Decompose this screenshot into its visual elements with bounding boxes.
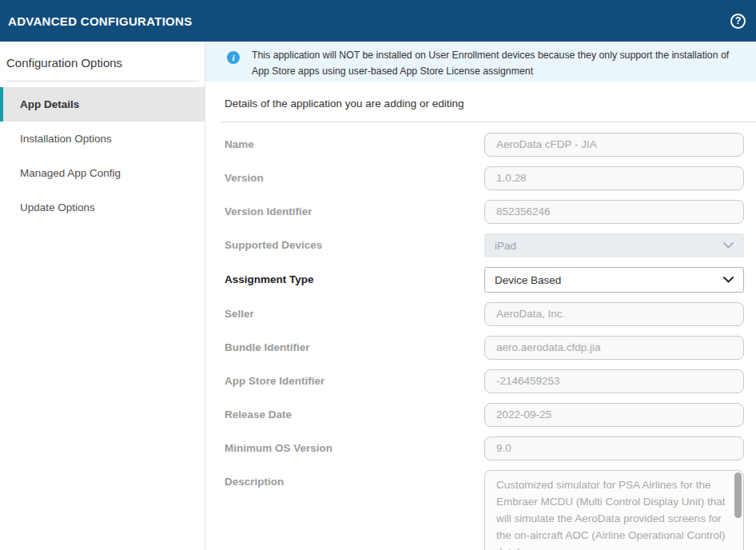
configuration-sidebar: Configuration Options App Details Instal… xyxy=(0,42,205,550)
sidebar-nav: App Details Installation Options Managed… xyxy=(0,87,205,225)
field-control-slot: aero.aerodata.cfdp.jia xyxy=(484,336,744,360)
section-subtitle: Details of the application you are addin… xyxy=(205,82,756,122)
title-bar: ADVANCED CONFIGURATIONS ? xyxy=(0,0,756,42)
page-title: ADVANCED CONFIGURATIONS xyxy=(8,14,193,28)
field-row-app-store-identifier: App Store Identifier -2146459253 xyxy=(205,369,756,393)
field-control-slot: -2146459253 xyxy=(484,369,744,393)
field-control-slot: Device Based xyxy=(484,267,744,293)
info-banner: i This application will NOT be installed… xyxy=(205,42,756,82)
sidebar-item-app-details[interactable]: App Details xyxy=(0,87,205,122)
input-bundle-identifier: aero.aerodata.cfdp.jia xyxy=(484,336,744,360)
field-row-seller: Seller AeroData, Inc. xyxy=(205,302,756,326)
field-label: Bundle Identifier xyxy=(205,336,484,360)
sidebar-item-label: Update Options xyxy=(20,201,95,213)
input-minimum-os-version: 9.0 xyxy=(484,436,744,460)
field-control-slot: 1.0.28 xyxy=(484,166,744,190)
field-control-slot: 852356246 xyxy=(484,200,744,224)
input-version: 1.0.28 xyxy=(484,166,744,190)
field-control-slot: AeroData cFDP - JIA xyxy=(484,133,744,157)
field-control-slot: iPad xyxy=(484,233,744,257)
field-row-description: Description Customized simulator for PSA… xyxy=(205,470,756,550)
textarea-text: Customized simulator for PSA Airlines fo… xyxy=(496,476,729,550)
field-row-version: Version 1.0.28 xyxy=(205,166,756,190)
help-icon[interactable]: ? xyxy=(730,14,746,29)
textarea-description: Customized simulator for PSA Airlines fo… xyxy=(484,470,744,550)
field-label: Minimum OS Version xyxy=(205,436,484,460)
info-icon: i xyxy=(227,51,240,64)
info-banner-text: This application will NOT be installed o… xyxy=(252,47,740,79)
field-label: App Store Identifier xyxy=(205,369,484,393)
field-row-supported-devices: Supported Devices iPad xyxy=(205,233,756,257)
field-row-assignment-type: Assignment Type Device Based xyxy=(205,267,756,293)
field-label: Release Date xyxy=(205,403,484,427)
app-details-form: Name AeroData cFDP - JIA Version 1.0.28 … xyxy=(205,122,756,550)
sidebar-item-managed-app-config[interactable]: Managed App Config xyxy=(0,156,205,190)
sidebar-divider xyxy=(6,81,199,82)
input-seller: AeroData, Inc. xyxy=(484,302,744,326)
field-label: Assignment Type xyxy=(205,268,484,292)
input-release-date: 2022-09-25 xyxy=(484,403,744,427)
select-value: Device Based xyxy=(495,274,561,286)
field-label: Version Identifier xyxy=(205,200,484,224)
field-label: Seller xyxy=(205,302,484,326)
question-mark-glyph: ? xyxy=(735,16,742,26)
sidebar-item-label: Installation Options xyxy=(20,133,112,145)
field-control-slot: AeroData, Inc. xyxy=(484,302,744,326)
chevron-down-icon xyxy=(723,242,734,249)
field-label: Name xyxy=(205,133,484,157)
sidebar-item-installation-options[interactable]: Installation Options xyxy=(0,122,205,156)
advanced-configurations-window: ADVANCED CONFIGURATIONS ? Configuration … xyxy=(0,0,756,550)
main-layout: Configuration Options App Details Instal… xyxy=(0,42,756,550)
input-name: AeroData cFDP - JIA xyxy=(484,133,744,157)
sidebar-item-update-options[interactable]: Update Options xyxy=(0,190,205,225)
select-supported-devices: iPad xyxy=(484,233,744,257)
sidebar-item-label: Managed App Config xyxy=(20,167,121,179)
field-label: Supported Devices xyxy=(205,233,484,257)
field-row-minimum-os-version: Minimum OS Version 9.0 xyxy=(205,436,756,460)
select-assignment-type[interactable]: Device Based xyxy=(484,267,744,293)
field-label: Version xyxy=(205,166,484,190)
scrollbar-thumb[interactable] xyxy=(734,472,742,518)
field-control-slot: 2022-09-25 xyxy=(484,403,744,427)
select-value: iPad xyxy=(495,240,516,252)
field-row-name: Name AeroData cFDP - JIA xyxy=(205,133,756,157)
main-content: i This application will NOT be installed… xyxy=(205,42,756,550)
chevron-down-icon xyxy=(723,277,734,283)
field-control-slot: Customized simulator for PSA Airlines fo… xyxy=(484,470,744,550)
field-row-version-identifier: Version Identifier 852356246 xyxy=(205,200,756,224)
field-row-bundle-identifier: Bundle Identifier aero.aerodata.cfdp.jia xyxy=(205,336,756,360)
input-version-identifier: 852356246 xyxy=(484,200,744,224)
field-label: Description xyxy=(205,470,484,494)
sidebar-item-label: App Details xyxy=(20,98,79,110)
input-app-store-identifier: -2146459253 xyxy=(484,369,744,393)
sidebar-title: Configuration Options xyxy=(0,42,205,81)
field-control-slot: 9.0 xyxy=(484,436,744,460)
field-row-release-date: Release Date 2022-09-25 xyxy=(205,403,756,427)
info-icon-glyph: i xyxy=(232,54,234,62)
